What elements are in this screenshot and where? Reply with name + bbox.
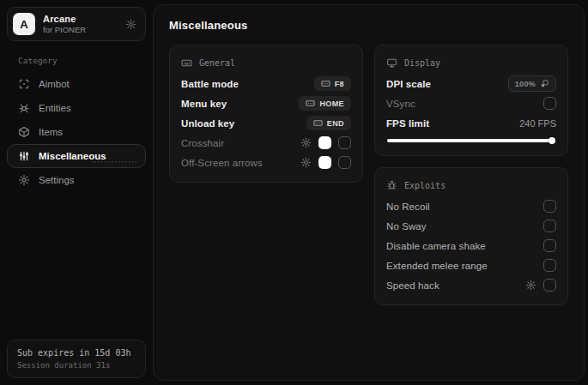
setting-row-no-sway: No Sway xyxy=(386,216,556,236)
setting-row-offscreen-arrows: Off-Screen arrows xyxy=(181,153,351,172)
panel-title: Exploits xyxy=(404,181,446,190)
bug-icon xyxy=(386,180,397,191)
offscreen-arrows-checkbox[interactable] xyxy=(338,156,351,169)
brand-name: Arcane xyxy=(43,14,86,24)
session-duration-text: Session duration 31s xyxy=(17,361,136,370)
setting-row-unload-key: Unload key END xyxy=(181,113,351,133)
keyboard-icon xyxy=(181,57,192,69)
gear-icon[interactable] xyxy=(525,280,536,291)
app-window: A Arcane for PIONER Category xyxy=(0,0,588,385)
keybind-menu-key[interactable]: HOME xyxy=(299,96,351,111)
gear-icon[interactable] xyxy=(125,19,136,30)
subscription-card: Sub expires in 15d 03h Session duration … xyxy=(7,340,146,378)
sidebar-item-label: Items xyxy=(39,127,63,137)
exploits-panel: Exploits No Recoil No Sway Disable camer… xyxy=(374,167,568,305)
keyboard-icon xyxy=(306,99,315,108)
setting-row-dpi-scale: DPI scale 100% xyxy=(386,74,556,93)
color-swatch[interactable] xyxy=(318,136,331,149)
slider-knob[interactable] xyxy=(549,137,555,144)
gear-icon[interactable] xyxy=(300,157,312,168)
category-label: Category xyxy=(18,56,146,65)
fps-limit-slider[interactable] xyxy=(387,136,555,145)
disable-camera-shake-checkbox[interactable] xyxy=(543,239,556,252)
monitor-icon xyxy=(386,57,397,69)
vsync-checkbox[interactable] xyxy=(543,97,556,110)
sidebar-item-aimbot[interactable]: Aimbot xyxy=(7,72,146,96)
display-panel: Display DPI scale 100% xyxy=(374,45,568,156)
gear-icon[interactable] xyxy=(300,137,312,148)
sub-expires-text: Sub expires in 15d 03h xyxy=(17,348,136,358)
color-swatch[interactable] xyxy=(318,156,331,169)
dpi-scale-select[interactable]: 100% xyxy=(508,75,556,92)
setting-row-crosshair: Crosshair xyxy=(181,133,351,153)
no-sway-checkbox[interactable] xyxy=(543,220,556,232)
brand-logo: A xyxy=(13,13,35,35)
speed-hack-checkbox[interactable] xyxy=(543,279,556,292)
setting-row-speed-hack: Speed hack xyxy=(386,275,556,295)
setting-row-extended-melee-range: Extended melee range xyxy=(386,256,556,275)
sidebar: A Arcane for PIONER Category xyxy=(0,0,153,385)
setting-row-battle-mode: Battle mode F8 xyxy=(181,74,351,93)
page-title: Miscellaneous xyxy=(169,19,568,32)
gear-icon xyxy=(18,174,30,186)
general-panel: General Battle mode F8 xyxy=(169,45,363,183)
panel-title: General xyxy=(199,58,235,68)
setting-row-vsync: VSync xyxy=(386,93,556,113)
sidebar-nav: Aimbot Entities Items xyxy=(7,72,146,192)
sidebar-item-label: Miscellaneous xyxy=(39,151,106,161)
keyboard-icon xyxy=(313,118,323,128)
package-icon xyxy=(18,126,30,138)
scale-icon xyxy=(540,79,549,88)
fps-limit-value: 240 FPS xyxy=(519,118,556,129)
panel-title: Display xyxy=(404,58,440,68)
watermark-dots xyxy=(92,161,136,163)
crosshair-checkbox[interactable] xyxy=(338,136,351,149)
sidebar-item-miscellaneous[interactable]: Miscellaneous xyxy=(7,144,146,168)
main-panel: Miscellaneous General B xyxy=(153,4,585,381)
keybind-battle-mode[interactable]: F8 xyxy=(314,76,351,91)
setting-row-disable-camera-shake: Disable camera shake xyxy=(386,236,556,256)
sidebar-item-label: Settings xyxy=(39,175,75,185)
keyboard-icon xyxy=(321,79,330,88)
brand-subtitle: for PIONER xyxy=(43,25,86,34)
sidebar-item-entities[interactable]: Entities xyxy=(7,96,146,120)
sidebar-item-label: Entities xyxy=(39,103,71,113)
keybind-unload-key[interactable]: END xyxy=(306,116,351,130)
spider-icon xyxy=(18,102,30,114)
setting-row-no-recoil: No Recoil xyxy=(386,196,556,216)
sidebar-item-items[interactable]: Items xyxy=(7,120,146,144)
setting-row-menu-key: Menu key HOME xyxy=(181,93,351,113)
sliders-icon xyxy=(18,150,30,162)
brand-card: A Arcane for PIONER xyxy=(7,7,146,41)
sidebar-item-settings[interactable]: Settings xyxy=(7,168,146,192)
no-recoil-checkbox[interactable] xyxy=(543,200,556,213)
scan-icon xyxy=(18,78,30,90)
sidebar-item-label: Aimbot xyxy=(39,79,70,89)
extended-melee-range-checkbox[interactable] xyxy=(543,259,556,272)
setting-row-fps-limit: FPS limit 240 FPS xyxy=(386,113,556,133)
